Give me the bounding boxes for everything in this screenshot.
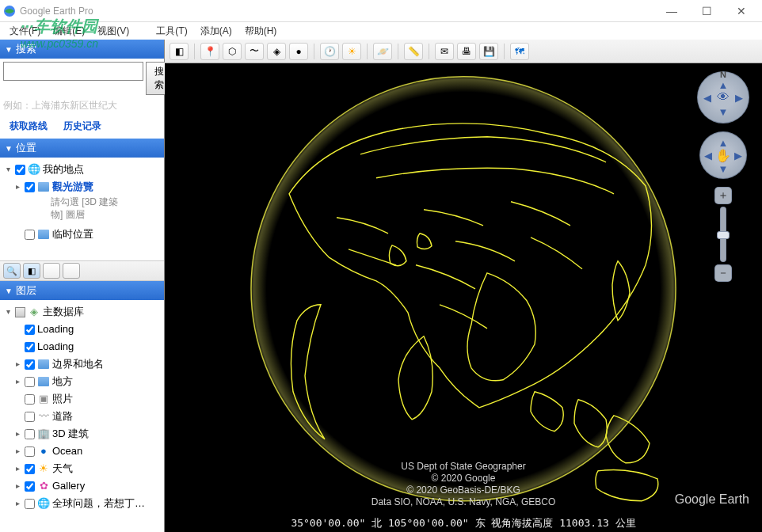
move-down-icon[interactable]: ▼: [718, 163, 729, 175]
polygon-button[interactable]: ⬡: [223, 43, 242, 60]
tree-loading[interactable]: Loading: [3, 338, 161, 355]
tree-temp-places[interactable]: 临时位置: [3, 226, 161, 243]
menu-add[interactable]: 添加(A): [194, 23, 238, 40]
places-panel-header[interactable]: ▼ 位置: [0, 139, 164, 158]
image-overlay-button[interactable]: ◈: [267, 43, 286, 60]
menu-help[interactable]: 帮助(H): [238, 23, 284, 40]
tree-3d-buildings[interactable]: ▸ 🏢 3D 建筑: [3, 425, 161, 443]
look-up-icon[interactable]: ▲: [718, 79, 729, 91]
look-left-icon[interactable]: ◀: [703, 92, 711, 104]
north-indicator[interactable]: N: [720, 70, 726, 79]
tree-loading[interactable]: Loading: [3, 321, 161, 338]
planet-button[interactable]: 🪐: [373, 43, 392, 60]
maximize-button[interactable]: ☐: [689, 0, 724, 22]
expand-icon[interactable]: ▸: [13, 496, 22, 511]
menu-tools[interactable]: 工具(T): [150, 23, 193, 40]
expand-icon[interactable]: ▾: [3, 304, 13, 320]
move-left-icon[interactable]: ◀: [704, 150, 712, 162]
layers-panel-header[interactable]: ▼ 图层: [0, 281, 164, 300]
tree-label: 地方: [52, 374, 73, 390]
menu-file[interactable]: 文件(F): [3, 23, 47, 40]
record-tour-button[interactable]: ●: [289, 43, 308, 60]
tree-global[interactable]: ▸ 🌐 全球问题，若想丁…: [3, 495, 161, 512]
look-control[interactable]: N ▲ ▼ ◀ ▶ 👁: [697, 71, 749, 124]
tree-roads[interactable]: 〰 道路: [3, 408, 161, 425]
toggle-panel-button[interactable]: ◧: [23, 263, 40, 279]
print-button[interactable]: 🖶: [457, 43, 476, 60]
zoom-in-button[interactable]: ＋: [714, 187, 732, 204]
eye-icon[interactable]: 👁: [717, 90, 730, 104]
zoom-out-button[interactable]: －: [714, 264, 732, 282]
checkbox[interactable]: [25, 429, 35, 439]
checkbox[interactable]: [25, 446, 35, 457]
expand-icon[interactable]: ▸: [13, 443, 22, 459]
expand-icon[interactable]: ▸: [13, 478, 22, 494]
email-button[interactable]: ✉: [435, 43, 454, 60]
folder-icon: [37, 376, 50, 387]
directions-link[interactable]: 获取路线: [10, 120, 48, 133]
tool-button[interactable]: [63, 263, 80, 279]
navigation-controls: N ▲ ▼ ◀ ▶ 👁 ▲ ▼ ◀ ▶ ✋ ＋: [697, 71, 749, 282]
tree-label: Gallery: [52, 478, 85, 494]
tree-weather[interactable]: ▸ ☀ 天气: [3, 460, 161, 477]
save-image-button[interactable]: 💾: [479, 43, 498, 60]
checkbox[interactable]: [25, 325, 35, 335]
tree-gallery[interactable]: ▸ ✿ Gallery: [3, 477, 161, 495]
checkbox[interactable]: [25, 182, 35, 192]
menu-view[interactable]: 视图(V): [91, 23, 135, 40]
expand-icon[interactable]: ▸: [13, 461, 22, 477]
close-button[interactable]: ✕: [724, 0, 759, 22]
tool-button[interactable]: [43, 263, 60, 279]
tree-label: 照片: [52, 391, 73, 407]
minimize-button[interactable]: —: [654, 0, 689, 22]
expand-icon[interactable]: ▾: [3, 162, 13, 177]
checkbox[interactable]: [15, 165, 25, 175]
checkbox[interactable]: [25, 464, 35, 474]
checkbox[interactable]: [25, 342, 35, 352]
collapse-icon: ▼: [5, 45, 13, 54]
checkbox[interactable]: [25, 230, 35, 240]
expand-icon[interactable]: ▸: [13, 426, 22, 442]
menu-edit[interactable]: 编辑(E): [47, 23, 91, 40]
checkbox[interactable]: [25, 394, 35, 405]
expand-icon[interactable]: ▸: [13, 374, 22, 390]
ruler-button[interactable]: 📏: [404, 43, 423, 60]
zoom-thumb[interactable]: [717, 231, 730, 239]
tree-primary-db[interactable]: ▾ ◈ 主数据库: [3, 303, 161, 321]
view-maps-button[interactable]: 🗺: [510, 43, 529, 60]
globe-viewport[interactable]: US Dept of State Geographer © 2020 Googl…: [165, 63, 762, 532]
tree-sightseeing[interactable]: ▸ 觀光游覽: [3, 178, 161, 196]
checkbox[interactable]: [15, 307, 25, 317]
history-link[interactable]: 历史记录: [63, 120, 101, 133]
sidebar: ▼ 搜索 搜索 例如：上海浦东新区世纪大 获取路线 历史记录 ▼ 位置 ▾ 🌐: [0, 40, 165, 532]
search-places-button[interactable]: 🔍: [3, 263, 21, 279]
hand-icon[interactable]: ✋: [715, 148, 731, 163]
tree-photos[interactable]: ▣ 照片: [3, 390, 161, 408]
look-right-icon[interactable]: ▶: [735, 92, 743, 104]
hide-sidebar-button[interactable]: ◧: [170, 43, 189, 60]
checkbox[interactable]: [25, 481, 35, 492]
history-button[interactable]: 🕐: [320, 43, 339, 60]
checkbox[interactable]: [25, 499, 35, 509]
expand-icon[interactable]: ▸: [13, 356, 22, 372]
move-right-icon[interactable]: ▶: [734, 150, 742, 162]
placemark-button[interactable]: 📍: [200, 43, 219, 60]
expand-icon[interactable]: ▸: [13, 179, 22, 195]
checkbox[interactable]: [25, 377, 35, 387]
search-panel-header[interactable]: ▼ 搜索: [0, 40, 164, 59]
tree-label: 主数据库: [43, 304, 84, 320]
move-control[interactable]: ▲ ▼ ◀ ▶ ✋: [699, 131, 747, 179]
sunlight-button[interactable]: ☀: [342, 43, 361, 60]
tree-ocean[interactable]: ▸ ● Ocean: [3, 443, 161, 460]
search-input[interactable]: [3, 62, 143, 81]
tree-locality[interactable]: ▸ 地方: [3, 373, 161, 390]
zoom-slider[interactable]: [720, 207, 726, 262]
checkbox[interactable]: [25, 359, 35, 370]
path-button[interactable]: 〜: [245, 43, 264, 60]
look-down-icon[interactable]: ▼: [718, 106, 729, 118]
building-icon: 🏢: [37, 428, 50, 439]
tree-my-places[interactable]: ▾ 🌐 我的地点: [3, 161, 161, 178]
checkbox[interactable]: [25, 412, 35, 422]
tree-borders[interactable]: ▸ 边界和地名: [3, 355, 161, 373]
gallery-icon: ✿: [37, 481, 50, 492]
